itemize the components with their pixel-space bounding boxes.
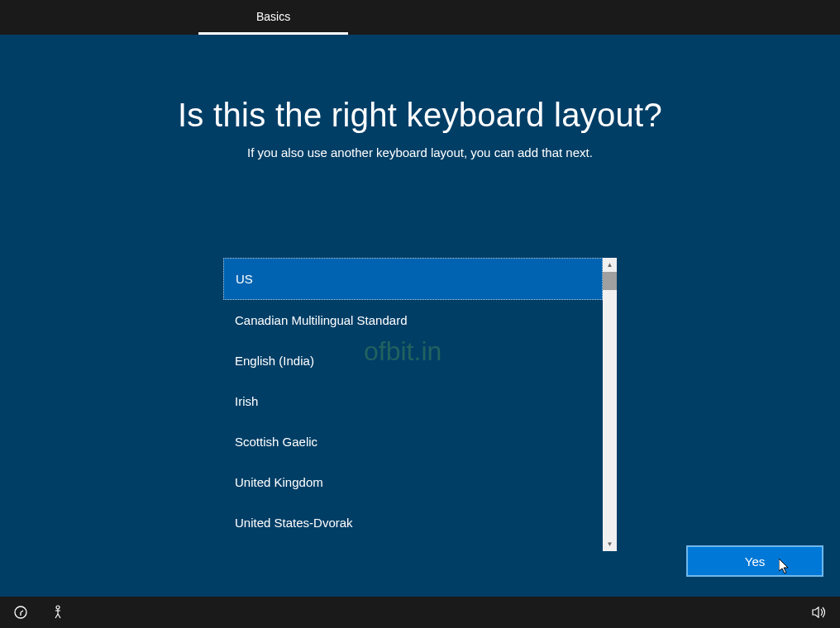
keyboard-layout-list-container: US Canadian Multilingual Standard Englis… (223, 258, 617, 551)
tab-label: Basics (256, 10, 290, 23)
svg-point-1 (56, 606, 60, 609)
scroll-down-icon[interactable]: ▼ (603, 537, 617, 551)
main-content: Is this the right keyboard layout? If yo… (0, 35, 840, 597)
scrollbar[interactable]: ▲ ▼ (603, 258, 617, 551)
volume-icon[interactable] (812, 606, 827, 619)
list-item[interactable]: United States-Dvorak (223, 502, 603, 543)
list-item[interactable]: US (223, 258, 603, 300)
yes-button-label: Yes (745, 554, 765, 569)
page-subtitle: If you also use another keyboard layout,… (0, 145, 840, 159)
yes-button[interactable]: Yes (686, 545, 823, 577)
scroll-thumb[interactable] (603, 272, 617, 290)
bottom-left-icons (13, 605, 64, 620)
keyboard-layout-list: US Canadian Multilingual Standard Englis… (223, 258, 603, 551)
list-item[interactable]: United Kingdom (223, 462, 603, 502)
accessibility-icon[interactable] (51, 605, 64, 620)
list-item[interactable]: Irish (223, 381, 603, 421)
bottom-bar (0, 597, 840, 628)
header-bar: Basics (0, 0, 840, 35)
ease-of-access-icon[interactable] (13, 605, 28, 620)
list-item[interactable]: Scottish Gaelic (223, 421, 603, 462)
scroll-up-icon[interactable]: ▲ (603, 258, 617, 272)
list-item[interactable]: English (India) (223, 340, 603, 381)
list-item[interactable]: Canadian Multilingual Standard (223, 300, 603, 340)
page-title: Is this the right keyboard layout? (0, 97, 840, 134)
tab-basics[interactable]: Basics (198, 0, 348, 35)
